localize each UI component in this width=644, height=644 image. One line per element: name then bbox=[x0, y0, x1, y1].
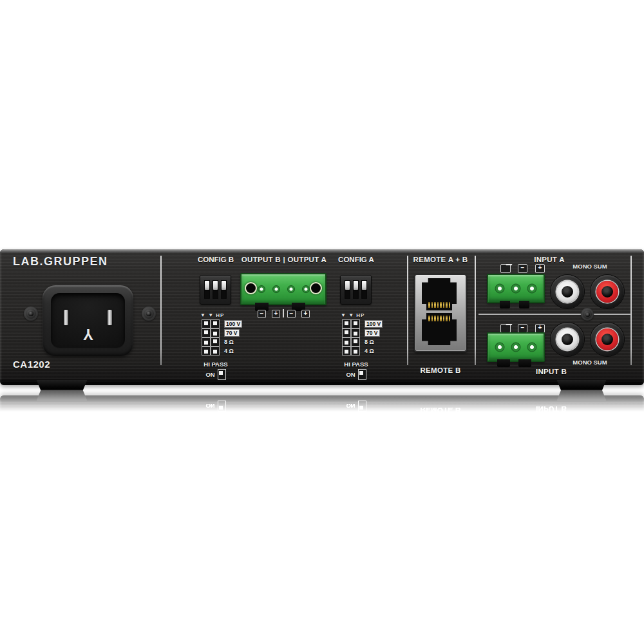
dip-switch bbox=[213, 280, 218, 299]
dip-lever bbox=[362, 281, 366, 290]
on-label: ON bbox=[205, 371, 214, 378]
iec-power-inlet: Y bbox=[43, 285, 133, 356]
config-a-section: CONFIG A ▼ ▼ HP 100 V 70 V 8 Ω 4 Ω HI PA… bbox=[336, 256, 387, 375]
rca-jack-red-input-a bbox=[591, 275, 624, 308]
input-section: INPUT A MONO SUM − + − + bbox=[477, 256, 634, 378]
input-divider bbox=[478, 314, 631, 315]
legend-cell bbox=[202, 328, 211, 338]
dip-switch-block bbox=[200, 275, 231, 305]
polarity-plus-icon: + bbox=[301, 310, 310, 318]
panel-screw bbox=[24, 307, 38, 321]
floor-reflection: LAB.GRUPPEN CA1202 Y CONFIG B bbox=[0, 390, 644, 412]
legend-cell bbox=[342, 328, 352, 338]
rubber-foot bbox=[556, 380, 607, 390]
legend-cell bbox=[211, 328, 220, 338]
legend-cell bbox=[342, 346, 352, 356]
polarity-pair-divider bbox=[283, 309, 284, 317]
rca-jack-red-input-b bbox=[591, 323, 624, 356]
plus-terminal-icon: + bbox=[535, 324, 545, 333]
legend-cell bbox=[211, 319, 220, 329]
mounting-tab bbox=[497, 359, 510, 367]
voltage-row-label: 70 V bbox=[224, 328, 240, 337]
impedance-row-label: 4 Ω bbox=[365, 346, 374, 355]
output-title: OUTPUT B | OUTPUT A bbox=[229, 256, 339, 264]
model-label: CA1202 bbox=[13, 359, 50, 370]
amplifier-rear-panel: LAB.GRUPPEN CA1202 Y CONFIG B bbox=[0, 249, 644, 391]
legend-cell bbox=[351, 328, 361, 338]
iec-recess: Y bbox=[51, 293, 125, 348]
mono-sum-label: MONO SUM bbox=[554, 263, 625, 270]
dip-switch bbox=[345, 280, 350, 299]
iec-ground-pin: Y bbox=[82, 327, 93, 342]
legend-cell bbox=[342, 337, 352, 347]
output-section: OUTPUT B | OUTPUT A − + − + bbox=[229, 256, 339, 327]
input-pin bbox=[495, 343, 505, 352]
hipass-label: HI PASS bbox=[337, 361, 375, 368]
minus-terminal-icon: − bbox=[518, 324, 527, 333]
input-b-phoenix-connector bbox=[487, 332, 545, 362]
rca-jack-white-input-a bbox=[551, 275, 584, 308]
impedance-row-label: 4 Ω bbox=[224, 346, 234, 355]
impedance-row-label: 8 Ω bbox=[365, 337, 374, 346]
plus-terminal-icon: + bbox=[535, 264, 545, 273]
chassis-ground-icon bbox=[500, 264, 511, 273]
dip-switch bbox=[361, 280, 367, 299]
iec-neutral-pin bbox=[108, 310, 112, 325]
mono-sum-label: MONO SUM bbox=[554, 359, 625, 366]
legend-cell bbox=[342, 319, 352, 329]
section-divider bbox=[160, 256, 162, 365]
mounting-tab bbox=[500, 301, 510, 308]
dip-switch bbox=[204, 280, 210, 299]
on-label: ON bbox=[346, 371, 355, 378]
panel-screw bbox=[581, 308, 594, 321]
minus-terminal-icon: − bbox=[518, 264, 527, 273]
polarity-minus-icon: − bbox=[287, 310, 296, 318]
legend-cell bbox=[202, 319, 211, 329]
dip-lever bbox=[205, 281, 209, 290]
legend-cell bbox=[211, 337, 220, 347]
hp-legend: ▼ ▼ HP bbox=[200, 312, 224, 318]
input-pin bbox=[495, 284, 505, 294]
input-pin bbox=[527, 284, 536, 294]
rj45-pins bbox=[428, 316, 450, 321]
output-pin bbox=[272, 285, 280, 293]
rj45-pins bbox=[428, 302, 450, 308]
rubber-foot bbox=[35, 380, 88, 390]
legend-cell bbox=[351, 319, 361, 329]
impedance-row-label: 8 Ω bbox=[224, 337, 234, 346]
switch-position-legend bbox=[342, 319, 360, 355]
legend-cell bbox=[351, 346, 361, 356]
iec-line-pin bbox=[64, 310, 68, 325]
bottom-bevel bbox=[0, 379, 644, 385]
input-pin bbox=[511, 284, 521, 294]
chassis-ground-icon bbox=[500, 324, 511, 333]
switch-position-legend bbox=[202, 319, 220, 355]
polarity-minus-icon: − bbox=[258, 310, 266, 318]
dip-switch bbox=[353, 280, 359, 299]
connector-screw-hole bbox=[245, 282, 257, 294]
legend-cell bbox=[202, 346, 211, 356]
output-pin bbox=[302, 285, 310, 293]
polarity-plus-icon: + bbox=[272, 310, 280, 318]
rear-panel-faceplate: LAB.GRUPPEN CA1202 Y CONFIG B bbox=[0, 249, 644, 385]
legend-cell bbox=[211, 346, 220, 356]
output-phoenix-connector bbox=[240, 273, 327, 305]
output-pin bbox=[287, 285, 295, 293]
input-b-title: INPUT B bbox=[513, 368, 590, 376]
mounting-tab bbox=[519, 301, 529, 308]
dip-lever bbox=[345, 281, 350, 290]
brand-logo: LAB.GRUPPEN bbox=[13, 255, 108, 268]
input-pin bbox=[527, 343, 536, 352]
dip-switch bbox=[221, 280, 227, 299]
dip-lever bbox=[222, 281, 226, 290]
hp-legend: ▼ ▼ HP bbox=[341, 312, 365, 318]
photo-canvas: LAB.GRUPPEN CA1202 Y CONFIG B bbox=[0, 0, 644, 644]
output-pin bbox=[258, 285, 265, 293]
top-bevel bbox=[0, 249, 644, 253]
legend-cell bbox=[351, 337, 361, 347]
panel-screw bbox=[142, 307, 156, 321]
legend-cell bbox=[202, 337, 211, 347]
voltage-row-label: 100 V bbox=[365, 319, 383, 328]
rj45-dual-jack bbox=[414, 274, 467, 352]
config-a-title: CONFIG A bbox=[337, 256, 375, 264]
